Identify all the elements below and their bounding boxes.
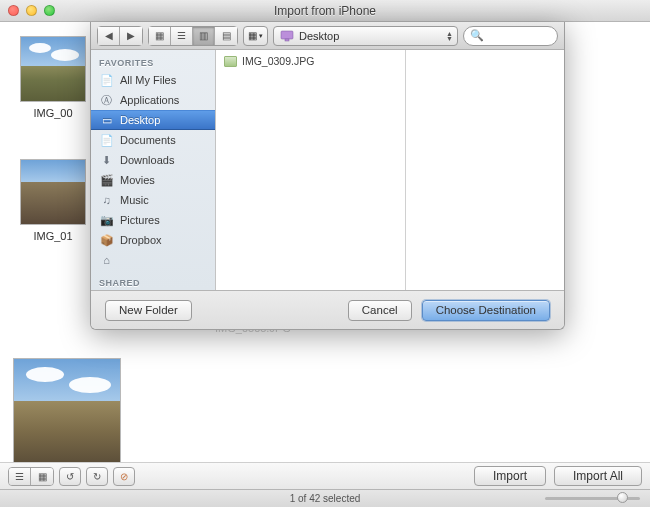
photo-thumbnail[interactable]: [13, 358, 128, 466]
cancel-button[interactable]: Cancel: [348, 300, 412, 321]
finder-sidebar: FAVORITES 📄All My Files ⒶApplications ▭D…: [91, 50, 216, 290]
save-dialog-sheet: ◀ ▶ ▦ ☰ ▥ ▤ ▦ ▾ Desktop ▲▼ 🔍 FAVORITES 📄…: [90, 22, 565, 330]
home-icon: ⌂: [99, 254, 114, 267]
icon-view-button[interactable]: ▦: [149, 27, 171, 45]
grid-view-button[interactable]: ▦: [31, 468, 53, 485]
thumbnail-image: [13, 358, 121, 466]
choose-destination-button[interactable]: Choose Destination: [422, 300, 550, 321]
image-file-icon: [224, 56, 237, 67]
thumbnail-label: IMG_01: [33, 230, 72, 242]
file-name: IMG_0309.JPG: [242, 55, 314, 67]
search-field[interactable]: 🔍: [463, 26, 558, 46]
all-my-files-icon: 📄: [99, 74, 114, 87]
dropbox-icon: 📦: [99, 234, 114, 247]
window-titlebar: Import from iPhone: [0, 0, 650, 22]
desktop-icon: ▭: [99, 114, 114, 127]
dialog-footer: New Folder Cancel Choose Destination: [91, 291, 564, 329]
svg-rect-1: [285, 39, 289, 41]
import-all-button[interactable]: Import All: [554, 466, 642, 486]
thumbnail-label: IMG_00: [33, 107, 72, 119]
sidebar-item-dropbox[interactable]: 📦Dropbox: [91, 230, 215, 250]
music-icon: ♫: [99, 194, 114, 207]
file-column[interactable]: IMG_0309.JPG: [216, 50, 406, 290]
thumbnail-zoom-slider[interactable]: [545, 494, 640, 502]
preview-column: [406, 50, 564, 290]
bottom-toolbar: ☰ ▦ ↺ ↻ ⊘ Import Import All 1 of 42 sele…: [0, 462, 650, 507]
column-view-button[interactable]: ▥: [193, 27, 215, 45]
location-label: Desktop: [299, 30, 339, 42]
search-icon: 🔍: [470, 29, 484, 42]
forward-button[interactable]: ▶: [120, 27, 142, 45]
sidebar-item-pictures[interactable]: 📷Pictures: [91, 210, 215, 230]
downloads-icon: ⬇: [99, 154, 114, 167]
sidebar-shared-header: SHARED: [91, 274, 215, 290]
window-title: Import from iPhone: [0, 4, 650, 18]
svg-rect-0: [281, 31, 293, 39]
documents-icon: 📄: [99, 134, 114, 147]
desktop-icon: [280, 30, 294, 42]
movies-icon: 🎬: [99, 174, 114, 187]
sidebar-item-movies[interactable]: 🎬Movies: [91, 170, 215, 190]
list-view-button[interactable]: ☰: [171, 27, 193, 45]
new-folder-button[interactable]: New Folder: [105, 300, 192, 321]
photo-thumbnail[interactable]: IMG_01: [13, 159, 93, 242]
file-row[interactable]: IMG_0309.JPG: [216, 54, 405, 68]
search-input[interactable]: [484, 30, 544, 42]
location-popup[interactable]: Desktop ▲▼: [273, 26, 458, 46]
view-mode-segment: ☰ ▦: [8, 467, 54, 486]
delete-button[interactable]: ⊘: [113, 467, 135, 486]
thumbnail-image: [20, 159, 86, 225]
import-button[interactable]: Import: [474, 466, 546, 486]
applications-icon: Ⓐ: [99, 94, 114, 107]
list-view-button[interactable]: ☰: [9, 468, 31, 485]
dialog-toolbar: ◀ ▶ ▦ ☰ ▥ ▤ ▦ ▾ Desktop ▲▼ 🔍: [91, 22, 564, 50]
thumbnail-image: [20, 36, 86, 102]
sidebar-item-desktop[interactable]: ▭Desktop: [91, 110, 215, 130]
sidebar-item-all-my-files[interactable]: 📄All My Files: [91, 70, 215, 90]
arrange-popup[interactable]: ▦ ▾: [243, 26, 268, 46]
rotate-cw-button[interactable]: ↻: [86, 467, 108, 486]
sidebar-item-documents[interactable]: 📄Documents: [91, 130, 215, 150]
sidebar-item-applications[interactable]: ⒶApplications: [91, 90, 215, 110]
sidebar-favorites-header: FAVORITES: [91, 54, 215, 70]
sidebar-item-home[interactable]: ⌂: [91, 250, 215, 270]
pictures-icon: 📷: [99, 214, 114, 227]
sidebar-item-downloads[interactable]: ⬇Downloads: [91, 150, 215, 170]
back-button[interactable]: ◀: [98, 27, 120, 45]
coverflow-view-button[interactable]: ▤: [215, 27, 237, 45]
sidebar-item-music[interactable]: ♫Music: [91, 190, 215, 210]
rotate-ccw-button[interactable]: ↺: [59, 467, 81, 486]
photo-thumbnail[interactable]: IMG_00: [13, 36, 93, 119]
